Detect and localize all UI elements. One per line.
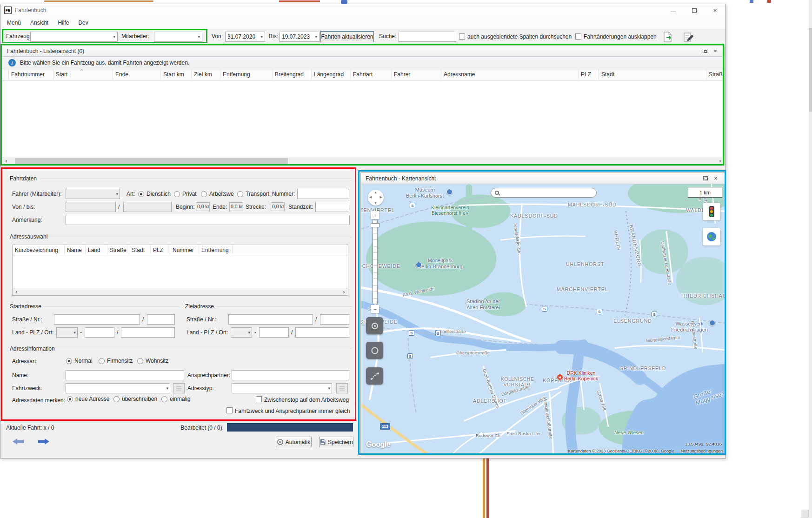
merken-radio-einmalig[interactable]: einmalig <box>161 395 191 403</box>
adress-column-plz[interactable]: PLZ <box>151 245 170 255</box>
art-radio-transport[interactable]: Transport <box>237 190 269 198</box>
search-hidden-columns-checkbox[interactable] <box>459 33 465 40</box>
mitarbeiter-combobox[interactable]: ▾ <box>154 32 202 42</box>
standzeit-input[interactable] <box>315 202 349 212</box>
von-input[interactable] <box>66 202 116 212</box>
adress-column-kurzbezeichnung[interactable]: Kurzbezeichnung <box>13 245 65 255</box>
scroll-right-icon[interactable]: › <box>716 157 724 165</box>
float-panel-icon[interactable] <box>703 49 707 53</box>
close-panel-icon[interactable]: × <box>712 47 719 55</box>
column-header-fahrer[interactable]: Fahrer <box>392 69 441 80</box>
column-header-stadt[interactable]: Stadt <box>599 69 706 80</box>
ziel-land-combobox[interactable]: ▾ <box>231 327 252 338</box>
map-tool-position-button[interactable] <box>366 317 383 334</box>
zoom-out-button[interactable]: − <box>371 305 379 313</box>
column-header-ende[interactable]: Ende <box>113 69 161 80</box>
satellite-layer-button[interactable] <box>703 228 720 246</box>
adress-column-stadt[interactable]: Stadt <box>129 245 151 255</box>
adress-column-entfernung[interactable]: Entfernung <box>199 245 233 255</box>
column-header-straße[interactable]: Straße <box>706 69 724 80</box>
art-radio-privat[interactable]: Privat <box>174 190 197 198</box>
pan-up-icon[interactable]: ▲ <box>374 191 377 194</box>
map-tool-marker-button[interactable] <box>366 342 383 359</box>
edit-view-button[interactable] <box>681 31 695 44</box>
list-horizontal-scrollbar[interactable]: ‹ › <box>2 157 724 165</box>
ziel-ort-input[interactable] <box>295 327 349 338</box>
column-header-ziel-km[interactable]: Ziel km <box>192 69 220 80</box>
scroll-left-icon[interactable]: ‹ <box>13 288 20 296</box>
nummer-input[interactable] <box>297 189 349 199</box>
ziel-plz-input[interactable] <box>259 327 289 338</box>
terms-link[interactable]: Nutzungsbedingungen <box>681 449 723 453</box>
close-panel-icon[interactable]: × <box>712 174 719 182</box>
scroll-right-icon[interactable]: › <box>340 288 348 296</box>
adressauswahl-body[interactable] <box>13 255 348 288</box>
merken-radio-überschreiben[interactable]: überschreiben <box>113 395 157 403</box>
fahrtzweck-combobox[interactable]: ▾ <box>66 383 170 393</box>
fahrten-aktualisieren-button[interactable]: Fahrten aktualisieren <box>320 31 374 42</box>
menu-ansicht[interactable]: Ansicht <box>26 20 53 26</box>
fahrer-combobox[interactable]: ▾ <box>66 189 120 199</box>
start-strasse-input[interactable] <box>54 314 140 325</box>
von-date-picker[interactable]: 31.07.2020▾ <box>225 32 265 42</box>
menu-hilfe[interactable]: Hilfe <box>53 20 73 26</box>
name-input[interactable] <box>66 370 184 380</box>
adressart-radio-normal[interactable]: Normal <box>66 357 93 365</box>
column-header-start[interactable]: Start^ <box>53 69 113 80</box>
zwischenstop-checkbox[interactable] <box>256 396 262 402</box>
pan-down-icon[interactable]: ▼ <box>374 201 377 205</box>
column-header-adressname[interactable]: Adressname <box>441 69 579 80</box>
desktop-scrollbar-thumb[interactable] <box>809 28 812 112</box>
adress-column-nummer[interactable]: Nummer <box>170 245 199 255</box>
column-header-fahrtnummer[interactable]: Fahrtnummer <box>9 69 53 80</box>
ziel-strasse-input[interactable] <box>228 314 313 325</box>
column-header-start-km[interactable]: Start km <box>161 69 192 80</box>
scroll-left-icon[interactable]: ‹ <box>2 157 10 165</box>
adresstyp-combobox[interactable]: ▾ <box>232 383 332 393</box>
start-ort-input[interactable] <box>121 327 175 338</box>
float-panel-icon[interactable] <box>703 176 708 180</box>
search-input[interactable] <box>399 32 456 42</box>
close-button[interactable]: × <box>705 4 725 17</box>
next-trip-button[interactable] <box>34 437 53 446</box>
titlebar[interactable]: FB Fahrtenbuch × <box>0 4 725 16</box>
ziel-nr-input[interactable] <box>320 314 349 325</box>
map-canvas[interactable]: Museum Berlin-KarlshorstKleingartenverei… <box>361 184 725 454</box>
adress-column-straße[interactable]: Straße <box>107 245 129 255</box>
maximize-button[interactable] <box>684 4 705 17</box>
merken-radio-neue-adresse[interactable]: neue Adresse <box>67 395 109 403</box>
list-body[interactable] <box>2 80 724 157</box>
scrollbar-thumb[interactable] <box>15 158 288 164</box>
pan-right-icon[interactable]: ▶ <box>380 195 382 199</box>
column-header-breitengrad[interactable]: Breitengrad <box>273 69 312 80</box>
bis-date-picker[interactable]: 19.07.2023▾ <box>280 32 319 42</box>
menu-dev[interactable]: Dev <box>73 20 93 26</box>
fahrzeug-combobox[interactable]: ▾ <box>30 32 118 42</box>
previous-trip-button[interactable] <box>9 437 27 446</box>
column-header-plz[interactable]: PLZ <box>579 69 599 80</box>
minimize-button[interactable] <box>663 4 684 17</box>
zoom-slider-thumb[interactable] <box>371 223 379 227</box>
pan-left-icon[interactable]: ◀ <box>369 195 372 199</box>
start-plz-input[interactable] <box>85 327 114 338</box>
fahrtaenderungen-checkbox[interactable] <box>575 33 581 40</box>
column-header-fahrtart[interactable]: Fahrtart <box>351 69 392 80</box>
automatik-button[interactable]: Automatik <box>276 437 312 447</box>
ansprechpartner-input[interactable] <box>232 370 349 380</box>
art-radio-dienstlich[interactable]: Dienstlich <box>138 190 171 198</box>
anmerkung-input[interactable] <box>66 215 350 225</box>
column-header-entfernung[interactable]: Entfernung <box>220 69 273 80</box>
fahrtzweck-gleich-checkbox[interactable] <box>226 407 233 413</box>
menu-menü[interactable]: Menü <box>2 20 26 26</box>
adressauswahl-scrollbar[interactable]: ‹ › <box>13 288 348 295</box>
speichern-button[interactable]: Speichern <box>319 437 353 447</box>
adresstyp-edit-button[interactable] <box>336 383 348 393</box>
adressart-radio-firmensitz[interactable]: Firmensitz <box>99 357 133 365</box>
art-radio-arbeitswe[interactable]: Arbeitswe <box>201 190 234 198</box>
zoom-in-button[interactable]: + <box>371 211 379 219</box>
map-scale-control[interactable]: 1 km <box>688 187 722 198</box>
adress-column-name[interactable]: Name <box>65 245 86 255</box>
bis-input[interactable] <box>123 202 172 212</box>
fahrtzweck-edit-button[interactable] <box>173 383 185 393</box>
map-search-input[interactable] <box>491 188 597 198</box>
